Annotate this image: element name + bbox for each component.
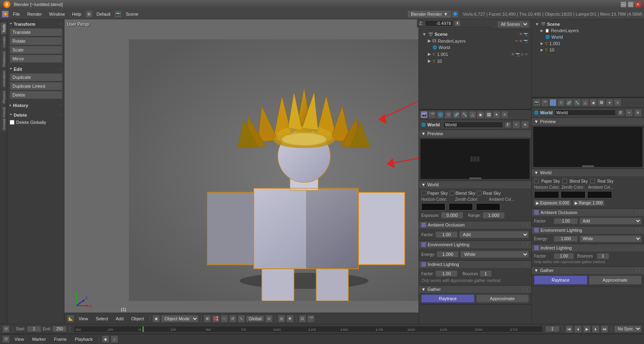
workspace-name[interactable]: Default [93, 11, 114, 17]
scene-icon[interactable]: 📷 [114, 10, 122, 18]
right-el-header[interactable]: Environment Lighting ⋮⋮ [532, 227, 644, 234]
z-value-input[interactable] [425, 20, 453, 27]
rw-el-check[interactable] [534, 228, 539, 233]
rw-il-factor-input[interactable] [554, 253, 574, 259]
select-btn[interactable]: Select [93, 315, 112, 322]
rp-scene-icon[interactable]: 🎬 [541, 99, 549, 106]
tab-tools[interactable]: Tools [1, 23, 6, 34]
preview-handle[interactable] [469, 177, 481, 179]
render-props-icon[interactable]: 📷 [420, 111, 428, 118]
right-obj2-item[interactable]: ▶ ▽ 10 [533, 47, 642, 53]
object-btn[interactable]: Object [128, 315, 147, 322]
ao-checkbox[interactable] [421, 222, 426, 227]
vb-frame[interactable]: Frame [51, 336, 70, 342]
particle-props-icon[interactable]: ✦ [493, 111, 500, 118]
scale-icon[interactable]: ⤡ [238, 315, 245, 322]
right-gather-header[interactable]: ▼ Gather ⋮⋮ [532, 267, 644, 274]
rw-ambient-swatch[interactable] [587, 191, 612, 198]
menu-help[interactable]: Help [69, 11, 85, 17]
add-btn[interactable]: Add [112, 315, 127, 322]
world-tree-item[interactable]: 🌐 World [420, 44, 530, 51]
right-il-header[interactable]: Indirect Lighting ⋮⋮ [532, 244, 644, 251]
viewport-icon-btn[interactable]: 📐 [67, 315, 74, 322]
rw-real-sky[interactable] [590, 179, 595, 183]
tab-animation[interactable]: Animation [1, 69, 6, 89]
minimize-button[interactable]: ─ [621, 2, 626, 7]
rw-ao-check[interactable] [534, 210, 539, 215]
mode-select[interactable]: Object Mode Edit Mode [161, 315, 199, 322]
physics-props-icon[interactable]: ⚛ [501, 111, 508, 118]
rw-del-icon[interactable]: ✕ [634, 109, 642, 116]
obj-10-item[interactable]: ▶ ▽ 10 [420, 58, 530, 64]
scene-camera-icon[interactable]: 📷 [524, 32, 528, 36]
tab-grease-pencil[interactable]: Grease Pencil [1, 106, 6, 132]
il-checkbox[interactable] [421, 262, 426, 267]
world-name-f-btn[interactable]: F [505, 122, 511, 128]
paper-sky-checkbox[interactable] [421, 191, 426, 196]
menu-window[interactable]: Window [46, 11, 68, 17]
blend-sky-checkbox[interactable] [449, 191, 454, 196]
manipulate-icon[interactable]: ✥ [286, 315, 294, 322]
rp-mat-icon[interactable]: ◉ [590, 99, 597, 106]
vb-audio-icon[interactable]: ♪ [111, 336, 118, 343]
timeline-icon[interactable]: ⏱ [2, 325, 10, 333]
tab-create[interactable]: Create [1, 35, 6, 49]
world-del-icon[interactable]: ✕ [522, 121, 529, 128]
el-header[interactable]: Environment Lighting ⋮⋮ [419, 241, 531, 248]
rw-add-icon[interactable]: + [625, 109, 633, 116]
exposure-input[interactable] [441, 212, 463, 218]
ao-add-select[interactable]: Add Multiply [459, 231, 529, 238]
horizon-color-swatch[interactable] [421, 203, 445, 210]
right-world-section-header[interactable]: ▼ World [532, 169, 644, 176]
layer-icons[interactable]: ⊡ [299, 315, 306, 322]
rp-tex-icon[interactable]: 🖼 [598, 99, 605, 106]
snap-icon[interactable]: 🧲 [212, 315, 219, 322]
right-preview-handle[interactable] [582, 165, 594, 167]
right-ao-header[interactable]: Ambient Occlusion ⋮⋮ [532, 209, 644, 216]
rp-phys-icon[interactable]: ⚛ [614, 99, 621, 106]
obj-1001-item[interactable]: ▶ ▽ 1.001 👁 📷 ⊙ ✕ [420, 51, 530, 58]
constraint-props-icon[interactable]: 🔗 [453, 111, 460, 118]
rp-render-icon[interactable]: 📷 [533, 99, 540, 106]
mirror-btn[interactable]: Mirror [10, 55, 62, 63]
pivot-icon[interactable]: ◎ [278, 315, 285, 322]
delete-globally-checkbox[interactable] [10, 120, 14, 125]
maximize-button[interactable]: □ [628, 2, 634, 7]
ao-factor-input[interactable] [435, 231, 458, 238]
rp-data-icon[interactable]: △ [582, 99, 589, 106]
rw-blend-sky[interactable] [562, 179, 567, 183]
global-btn[interactable]: Global [246, 315, 265, 322]
ao-header[interactable]: Ambient Occlusion ⋮⋮ [419, 221, 531, 229]
sync-select[interactable]: No Sync AV-sync [614, 325, 642, 332]
rw-f-btn[interactable]: F [617, 110, 624, 116]
approximate-btn[interactable]: Approximate [476, 295, 529, 303]
right-world-item[interactable]: 🌐 World [533, 34, 642, 40]
il-factor-input[interactable] [435, 270, 458, 277]
close-button[interactable]: ✕ [635, 2, 641, 7]
scene-eye-icon[interactable]: 👁 [519, 32, 523, 36]
scale-btn[interactable]: Scale [10, 46, 62, 54]
obj-restrict1[interactable]: 👁 [511, 52, 515, 56]
object-props-icon[interactable]: ▽ [445, 111, 452, 118]
world-props-icon[interactable]: 🌐 [437, 111, 444, 118]
object-mode-icon[interactable]: ◉ [153, 315, 160, 322]
vb-view[interactable]: View [11, 336, 27, 342]
translate-icon[interactable]: ↔ [221, 315, 228, 322]
scene-name[interactable]: Scene [122, 11, 141, 17]
start-input[interactable] [27, 326, 41, 332]
skip-start-icon[interactable]: ⏮ [565, 325, 573, 333]
rw-il-check[interactable] [534, 245, 539, 250]
right-scene-item[interactable]: ▼ 🎬 Scene [533, 21, 642, 27]
rl-edit-icon[interactable]: ✏ [515, 39, 518, 43]
vb-marker[interactable]: Marker [29, 336, 49, 342]
workspace-icon[interactable]: ⊞ [85, 10, 93, 18]
texture-props-icon[interactable]: 🖼 [485, 111, 492, 118]
menu-file[interactable]: File [10, 11, 23, 17]
global-icon[interactable]: ⊕ [204, 315, 211, 322]
modifier-props-icon[interactable]: 🔧 [461, 111, 468, 118]
outliner-scope[interactable]: All Scenes [497, 21, 529, 28]
rp-mod-icon[interactable]: 🔧 [574, 99, 581, 106]
obj-restrict4[interactable]: ✕ [525, 52, 528, 56]
rw-ao-type-select[interactable]: Add [580, 218, 642, 225]
timeline-ruler[interactable]: -50 -25 0 25 50 75 100 125 150 175 200 2… [74, 326, 542, 332]
